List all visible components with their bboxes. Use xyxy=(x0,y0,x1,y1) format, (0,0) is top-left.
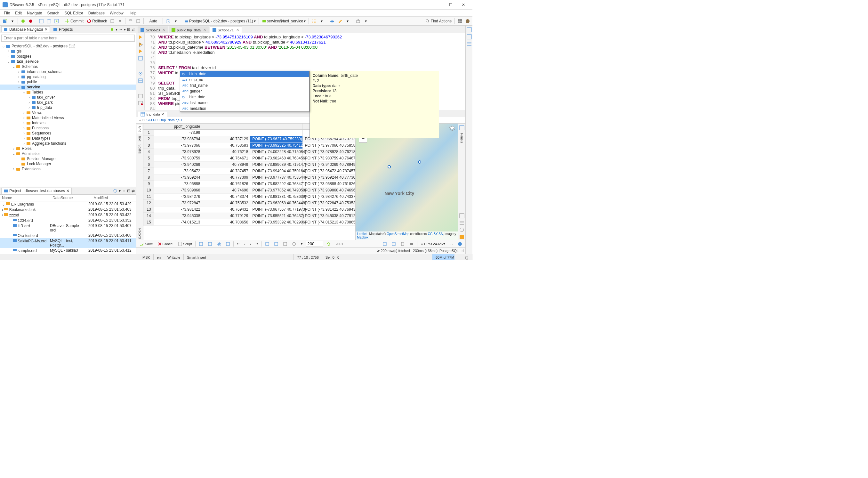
autocomplete-popup[interactable]: ◷birth_date123emp_noABCfirst_nameABCgend… xyxy=(180,71,310,112)
duplicate-row-icon[interactable] xyxy=(215,241,222,247)
editor-tab[interactable]: Script-23✕ xyxy=(137,27,168,33)
autocomplete-item[interactable]: ◷birth_date xyxy=(180,71,309,77)
sql-icon[interactable] xyxy=(135,18,142,25)
editor-tab[interactable]: public.trip_data✕ xyxy=(169,27,209,33)
settings-icon[interactable] xyxy=(138,71,143,76)
project-row[interactable]: HR.erdDBeaver Sample - orcl2019-08-15 23… xyxy=(0,223,136,233)
panel-icon[interactable] xyxy=(138,78,143,83)
fetch-more-button[interactable]: 200+ xyxy=(334,241,345,246)
spatial-mode[interactable]: Spatial xyxy=(137,143,142,156)
crs-selector[interactable]: ⊕ EPSG:4326 ▾ xyxy=(419,241,446,246)
close-icon[interactable]: ✕ xyxy=(66,188,69,193)
tree-item[interactable]: ›gis xyxy=(0,49,136,54)
log-icon[interactable] xyxy=(138,100,143,106)
tree-item[interactable]: ›public xyxy=(0,80,136,85)
refresh-icon[interactable] xyxy=(325,241,332,247)
map-marker[interactable] xyxy=(418,160,421,163)
map-marker[interactable] xyxy=(388,165,391,169)
cc-link[interactable]: CC-BY-SA xyxy=(428,232,443,236)
autocomplete-item[interactable]: ABCgender xyxy=(180,88,309,94)
outline-icon[interactable] xyxy=(466,27,472,33)
generate-sql-icon[interactable] xyxy=(282,241,289,247)
tree-item[interactable]: ›Aggregate functions xyxy=(0,141,136,146)
maximize-button[interactable]: ☐ xyxy=(444,0,457,9)
close-icon[interactable]: ✕ xyxy=(162,28,165,32)
import-result-icon[interactable] xyxy=(273,241,280,247)
auto-commit-label[interactable]: Auto xyxy=(145,19,161,23)
schema-selector[interactable]: service@taxi_service ▾ xyxy=(260,19,307,23)
grid-row[interactable]: 7-73.9547240.787457POINT (-73.994904 40.… xyxy=(144,168,355,175)
editor-tab[interactable]: Script-171✕ xyxy=(210,27,242,33)
script-button[interactable]: Script xyxy=(177,241,193,247)
project-row[interactable]: ⌄ ER Diagrams2019-08-15 23:01:53.429 xyxy=(0,201,136,207)
grid-row[interactable]: 5-73.98075940.764671POINT (-73.982468 40… xyxy=(144,155,355,162)
project-row[interactable]: 1234.erd2019-08-15 23:01:53.352 xyxy=(0,218,136,223)
color-icon[interactable] xyxy=(456,241,463,247)
clock-icon[interactable] xyxy=(164,18,172,25)
navigator-tree[interactable]: ⌄PostgreSQL - db2.dev - postgres (11)›gi… xyxy=(0,43,136,187)
grid-row[interactable]: 4-73.97892840.76218POINT (-74.002228 40.… xyxy=(144,149,355,155)
close-button[interactable]: ✕ xyxy=(457,0,470,9)
map-panel[interactable]: + − New York City Leaflet | Map data © O… xyxy=(355,124,458,240)
close-icon[interactable]: ✕ xyxy=(203,28,206,32)
disconnect-icon[interactable] xyxy=(27,18,34,25)
tree-item[interactable]: Lock Manager xyxy=(0,161,136,167)
sql-console-icon[interactable] xyxy=(45,18,53,25)
refresh-nav-icon[interactable]: ↔ xyxy=(119,27,123,32)
menu-database[interactable]: Database xyxy=(86,10,107,16)
text-mode[interactable]: Text xyxy=(137,134,142,143)
menu-search[interactable]: Search xyxy=(44,10,62,16)
grid-row[interactable]: 14-73.94503840.779129POINT (-73.955521 4… xyxy=(144,213,355,219)
next-icon[interactable]: › xyxy=(249,241,252,246)
grid-mode[interactable]: Grid xyxy=(137,125,142,133)
tree-item[interactable]: ›Sequences xyxy=(0,131,136,136)
autocomplete-item[interactable]: ABCmedallion xyxy=(180,106,309,112)
tree-item[interactable]: ›Data types xyxy=(0,136,136,141)
menu-help[interactable]: Help xyxy=(126,10,139,16)
tree-item[interactable]: ›postgres xyxy=(0,54,136,59)
panel-icon-1[interactable] xyxy=(459,213,465,219)
autocomplete-item[interactable]: ◷hire_date xyxy=(180,94,309,100)
execute-icon[interactable] xyxy=(138,35,143,40)
zoom-extent-icon[interactable] xyxy=(381,241,388,247)
marker-icon[interactable] xyxy=(336,18,343,25)
dbeaver-perspective-icon[interactable] xyxy=(464,18,471,25)
find-actions-button[interactable]: Find Actions xyxy=(424,19,453,23)
new-sql-icon[interactable]: + xyxy=(53,18,60,25)
geom-icon[interactable]: ↔ xyxy=(448,241,455,246)
menu-edit[interactable]: Edit xyxy=(12,10,24,16)
grid-row[interactable]: 11-73.98427640.743374POINT (-73.981331 4… xyxy=(144,194,355,200)
grid-row[interactable]: 6-73.94026940.78949POINT (-73.989639 40.… xyxy=(144,162,355,168)
image-icon[interactable] xyxy=(390,241,397,247)
tree-item[interactable]: ⌄PostgreSQL - db2.dev - postgres (11) xyxy=(0,43,136,49)
tree-item[interactable]: ›pg_catalog xyxy=(0,74,136,80)
autocomplete-item[interactable]: ABCfirst_name xyxy=(180,83,309,88)
menu-sql-editor[interactable]: SQL Editor xyxy=(62,10,86,16)
print-icon[interactable] xyxy=(408,241,415,247)
tree-item[interactable]: ⌄service xyxy=(0,85,136,90)
explain-plan-icon[interactable] xyxy=(138,56,143,61)
templates-icon[interactable] xyxy=(466,41,472,47)
minimize-button[interactable]: ─ xyxy=(431,0,444,9)
sql-editor-icon[interactable] xyxy=(38,18,45,25)
export-icon[interactable] xyxy=(354,18,362,25)
close-icon[interactable]: ✕ xyxy=(44,27,48,32)
autocomplete-item[interactable]: ABClast_name xyxy=(180,100,309,106)
history-icon[interactable] xyxy=(127,18,134,25)
tree-item[interactable]: ⌄Administer xyxy=(0,151,136,156)
tree-item[interactable]: ›Roles xyxy=(0,146,136,151)
gc-icon[interactable] xyxy=(461,254,472,260)
menu-window[interactable]: Window xyxy=(107,10,126,16)
txn-icon[interactable] xyxy=(109,18,116,25)
txn-dropdown-icon[interactable]: ▾ xyxy=(117,18,124,25)
project-row[interactable]: SakilaPG-My.erdMySQL - test, Postgr...20… xyxy=(0,238,136,248)
tree-item[interactable]: ›Materialized Views xyxy=(0,115,136,120)
link-nav-icon[interactable]: ⇄ xyxy=(131,27,135,32)
record-mode[interactable]: Record xyxy=(137,227,142,240)
connect-nav-icon[interactable] xyxy=(110,27,114,32)
edit-icon[interactable] xyxy=(197,241,205,247)
layers-icon[interactable] xyxy=(449,125,456,132)
add-row-icon[interactable]: + xyxy=(207,241,214,247)
output-icon[interactable] xyxy=(138,93,143,99)
delete-row-icon[interactable]: − xyxy=(224,241,231,247)
